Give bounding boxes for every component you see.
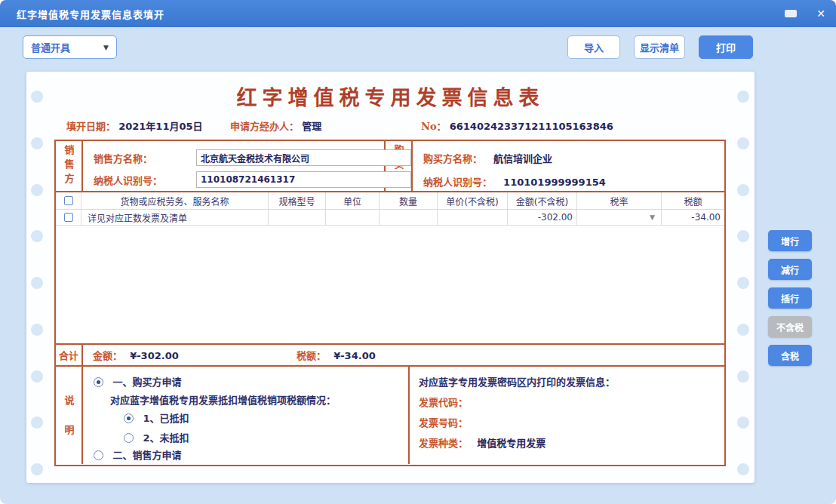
buyer-taxid-value: 110101999999154 <box>503 177 606 188</box>
perforation-dot <box>737 277 749 289</box>
col-header-amount: 金额(不含税) <box>508 192 577 210</box>
radio-seller-apply[interactable]: 二、销售方申请 <box>94 447 182 462</box>
applicant-label: 申请方经办人： <box>230 121 299 132</box>
radio-icon <box>94 450 103 460</box>
invoice-form-panel: 红字增值税专用发票信息表 填开日期： 2021年11月05日 申请方经办人： 管… <box>26 72 755 483</box>
radio-icon <box>124 413 134 423</box>
import-button[interactable]: 导入 <box>567 35 620 59</box>
fill-date: 填开日期： 2021年11月05日 <box>66 118 203 133</box>
col-header-unit-price: 单价(不含税) <box>438 192 508 210</box>
row-tax-rate-dropdown[interactable]: ▼ <box>577 210 662 226</box>
window-title: 红字增值税专用发票信息表填开 <box>17 7 164 21</box>
add-row-button[interactable]: 增行 <box>768 230 812 251</box>
notes-section: 说明 一、购买方申请 对应蓝字增值税专用发票抵扣增值税销项税额情况： 1、已抵扣… <box>56 367 724 464</box>
row-quantity[interactable] <box>380 210 438 226</box>
mode-dropdown[interactable]: 普通开具 ▼ <box>23 35 117 59</box>
perforation-dot <box>31 324 43 336</box>
radio-deducted-label: 1、已抵扣 <box>143 413 189 424</box>
buyer-fields: 购买方名称： 航信培训企业 纳税人识别号： 110101999999154 <box>413 141 724 191</box>
invoice-no-value: 661402423371211105163846 <box>450 121 613 132</box>
perforation-dot <box>737 137 749 149</box>
row-unit[interactable] <box>326 210 380 226</box>
close-icon[interactable]: ✕ <box>816 8 825 20</box>
applicant-value: 管理 <box>302 121 321 132</box>
buyer-name-value: 航信培训企业 <box>493 153 552 164</box>
radio-not-deducted[interactable]: 2、未抵扣 <box>124 430 189 444</box>
app-window: 红字增值税专用发票信息表填开 ✕ 普通开具 ▼ 导入 显示清单 打印 红字增值税… <box>0 0 836 504</box>
perforation-dot <box>737 184 749 196</box>
print-button[interactable]: 打印 <box>699 35 753 59</box>
insert-row-button[interactable]: 插行 <box>768 287 812 309</box>
show-list-button[interactable]: 显示清单 <box>634 35 685 59</box>
invoice-type-value: 增值税专用发票 <box>477 438 546 449</box>
total-tax-label: 税额： <box>297 350 326 361</box>
blue-invoice-header: 对应蓝字专用发票密码区内打印的发票信息： <box>419 374 615 389</box>
chevron-down-icon: ▼ <box>103 44 109 51</box>
col-header-name: 货物或应税劳务、服务名称 <box>81 192 269 210</box>
total-section-label: 合计 <box>56 345 81 365</box>
goods-table-header: 货物或应税劳务、服务名称 规格型号 单位 数量 单价(不含税) 金额(不含税) … <box>56 192 724 210</box>
seller-taxid-input[interactable] <box>196 171 411 188</box>
perforation-dot <box>737 324 749 336</box>
seller-name-label: 销售方名称： <box>94 151 152 165</box>
invoice-no: No： 661402423371211105163846 <box>421 118 613 133</box>
perforation-dot <box>737 230 749 242</box>
incl-tax-button[interactable]: 含税 <box>768 345 812 366</box>
perforation-dots-right <box>737 91 749 475</box>
excl-tax-button[interactable]: 不含税 <box>768 316 812 337</box>
radio-icon <box>94 377 103 387</box>
goods-table: 货物或应税劳务、服务名称 规格型号 单位 数量 单价(不含税) 金额(不含税) … <box>56 192 724 343</box>
select-all-checkbox[interactable] <box>64 196 73 205</box>
form-title: 红字增值税专用发票信息表 <box>26 81 755 111</box>
buyer-name-label: 购买方名称： <box>423 153 482 164</box>
seller-taxid-label: 纳税人识别号： <box>94 173 162 187</box>
buyer-taxid-label: 纳税人识别号： <box>423 177 492 188</box>
total-amount-label: 金额： <box>93 350 122 361</box>
perforation-dot <box>31 370 43 383</box>
col-header-spec: 规格型号 <box>269 192 326 210</box>
row-action-buttons: 增行 减行 插行 不含税 含税 <box>768 230 812 366</box>
applicant: 申请方经办人： 管理 <box>230 118 321 133</box>
radio-buyer-apply[interactable]: 一、购买方申请 <box>94 374 182 389</box>
perforation-dot <box>31 137 43 149</box>
row-spec[interactable] <box>269 210 326 226</box>
invoice-form-box: 销售方 销售方名称： 纳税人识别号： 购买方 购买方名称： 航信培训企业 <box>54 140 726 466</box>
perforation-dot <box>737 370 749 383</box>
remove-row-button[interactable]: 减行 <box>768 259 812 280</box>
row-checkbox[interactable] <box>64 213 73 222</box>
chevron-down-icon: ▼ <box>650 214 655 221</box>
total-section: 合计 金额： ¥-302.00 税额： ¥-34.00 <box>56 343 724 367</box>
perforation-dot <box>31 463 43 475</box>
perforation-dot <box>31 277 43 289</box>
table-row: 详见对应正数发票及清单 -302.00 ▼ -34.00 <box>56 210 724 226</box>
radio-not-deducted-label: 2、未抵扣 <box>143 432 189 444</box>
total-amount-value: ¥-302.00 <box>130 350 179 361</box>
perforation-dot <box>737 463 749 475</box>
col-header-tax-rate: 税率 <box>577 192 662 210</box>
row-unit-price[interactable] <box>438 210 508 226</box>
seller-name-input[interactable] <box>196 149 411 166</box>
perforation-dot <box>31 230 43 242</box>
row-amount[interactable]: -302.00 <box>508 210 577 226</box>
perforation-dots-left <box>31 91 43 475</box>
mode-dropdown-value: 普通开具 <box>31 40 103 54</box>
col-header-tax-amount: 税额 <box>662 192 724 210</box>
perforation-dot <box>31 184 43 196</box>
minimize-icon[interactable] <box>785 10 797 17</box>
fill-date-label: 填开日期： <box>66 121 115 132</box>
total-tax-value: ¥-34.00 <box>333 350 376 361</box>
radio-deducted[interactable]: 1、已抵扣 <box>124 410 189 425</box>
col-header-unit: 单位 <box>326 192 380 210</box>
row-tax-amount[interactable]: -34.00 <box>662 210 724 226</box>
radio-seller-apply-label: 二、销售方申请 <box>113 450 182 461</box>
title-bar: 红字增值税专用发票信息表填开 ✕ <box>0 0 836 27</box>
invoice-type-label: 发票种类： <box>419 438 468 449</box>
blue-invoice-info: 对应蓝字专用发票密码区内打印的发票信息： 发票代码： 发票号码： 发票种类： 增… <box>408 367 724 464</box>
perforation-dot <box>737 416 749 429</box>
fill-date-value: 2021年11月05日 <box>118 121 202 132</box>
radio-icon <box>124 433 134 443</box>
row-name[interactable]: 详见对应正数发票及清单 <box>81 210 269 226</box>
invoice-no-label: No： <box>421 121 447 132</box>
invoice-number-label: 发票号码： <box>419 417 468 429</box>
radio-buyer-apply-label: 一、购买方申请 <box>113 376 182 388</box>
